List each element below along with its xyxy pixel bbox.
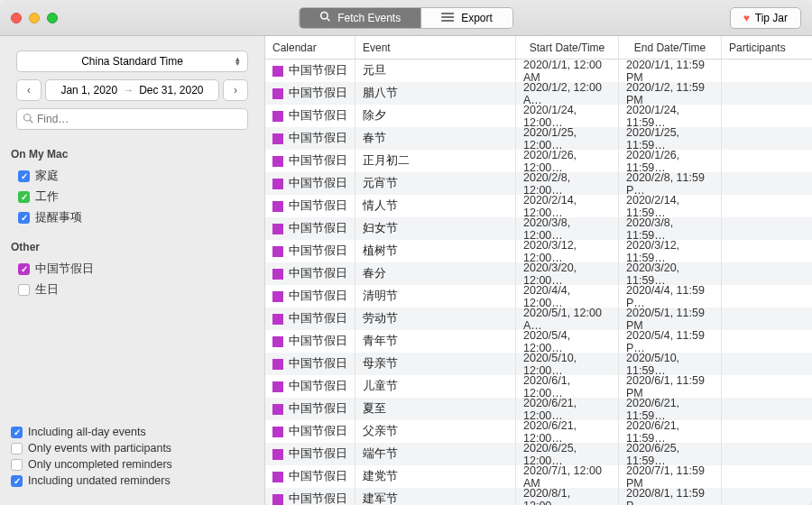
col-calendar[interactable]: Calendar	[265, 36, 355, 59]
tip-jar-button[interactable]: ♥ Tip Jar	[730, 7, 801, 29]
calendar-checkbox[interactable]: ✓	[18, 263, 30, 275]
row-calendar: 中国节假日	[289, 334, 347, 349]
table-row[interactable]: 中国节假日正月初二2020/1/26, 12:00…2020/1/26, 11:…	[265, 150, 812, 172]
row-start: 2020/1/2, 12:00 A…	[516, 82, 619, 105]
list-icon	[441, 12, 454, 24]
row-calendar: 中国节假日	[289, 221, 347, 236]
table-row[interactable]: 中国节假日劳动节2020/5/1, 12:00 A…2020/5/1, 11:5…	[265, 308, 812, 330]
row-participants	[722, 82, 812, 105]
table-row[interactable]: 中国节假日母亲节2020/5/10, 12:00…2020/5/10, 11:5…	[265, 353, 812, 375]
calendar-label: 生日	[35, 282, 59, 298]
calendar-section-header: Other	[0, 228, 264, 259]
calendar-color-swatch	[272, 156, 283, 167]
date-from: Jan 1, 2020	[60, 84, 117, 96]
table-row[interactable]: 中国节假日元旦2020/1/1, 12:00 AM2020/1/1, 11:59…	[265, 60, 812, 82]
row-start: 2020/1/26, 12:00…	[516, 150, 619, 172]
table-row[interactable]: 中国节假日春节2020/1/25, 12:00…2020/1/25, 11:59…	[265, 127, 812, 150]
date-range-field[interactable]: Jan 1, 2020 → Dec 31, 2020	[45, 79, 219, 101]
row-end: 2020/7/1, 11:59 PM	[619, 465, 722, 488]
table-row[interactable]: 中国节假日夏至2020/6/21, 12:00…2020/6/21, 11:59…	[265, 398, 812, 420]
filter-row[interactable]: Only uncompleted reminders	[11, 456, 254, 473]
row-end: 2020/1/24, 11:59…	[619, 105, 722, 127]
table-row[interactable]: 中国节假日端午节2020/6/25, 12:00…2020/6/25, 11:5…	[265, 443, 812, 465]
calendar-checkbox[interactable]	[18, 284, 30, 296]
table-row[interactable]: 中国节假日清明节2020/4/4, 12:00…2020/4/4, 11:59 …	[265, 285, 812, 308]
col-end[interactable]: End Date/Time	[619, 36, 722, 59]
row-start: 2020/3/8, 12:00…	[516, 217, 619, 240]
calendar-checkbox[interactable]: ✓	[18, 212, 30, 224]
row-start: 2020/2/8, 12:00…	[516, 172, 619, 195]
row-start: 2020/6/21, 12:00…	[516, 398, 619, 420]
row-participants	[722, 420, 812, 443]
filter-row[interactable]: ✓Including all-day events	[11, 424, 254, 440]
table-row[interactable]: 中国节假日情人节2020/2/14, 12:00…2020/2/14, 11:5…	[265, 195, 812, 217]
filter-checkbox[interactable]: ✓	[11, 475, 23, 487]
fetch-events-button[interactable]: Fetch Events	[300, 8, 421, 28]
table-row[interactable]: 中国节假日春分2020/3/20, 12:00…2020/3/20, 11:59…	[265, 262, 812, 285]
row-participants	[722, 330, 812, 353]
table-row[interactable]: 中国节假日儿童节2020/6/1, 12:00…2020/6/1, 11:59 …	[265, 375, 812, 398]
row-participants	[722, 217, 812, 240]
close-window-button[interactable]	[11, 13, 22, 23]
calendar-item[interactable]: ✓家庭	[0, 166, 264, 187]
row-event: 父亲节	[355, 420, 516, 443]
calendar-item[interactable]: ✓工作	[0, 187, 264, 207]
date-prev-button[interactable]: ‹	[16, 79, 42, 101]
chevron-updown-icon: ▴▾	[235, 57, 240, 66]
search-icon	[23, 113, 33, 126]
table-row[interactable]: 中国节假日腊八节2020/1/2, 12:00 A…2020/1/2, 11:5…	[265, 82, 812, 105]
filter-checkbox[interactable]	[11, 459, 23, 471]
filter-checkbox[interactable]: ✓	[11, 427, 23, 438]
row-calendar: 中国节假日	[289, 86, 347, 101]
table-row[interactable]: 中国节假日建党节2020/7/1, 12:00 AM2020/7/1, 11:5…	[265, 465, 812, 488]
table-row[interactable]: 中国节假日除夕2020/1/24, 12:00…2020/1/24, 11:59…	[265, 105, 812, 127]
minimize-window-button[interactable]	[29, 13, 40, 23]
row-start: 2020/1/24, 12:00…	[516, 105, 619, 127]
zoom-window-button[interactable]	[47, 13, 58, 23]
row-start: 2020/7/1, 12:00 AM	[516, 465, 619, 488]
table-row[interactable]: 中国节假日妇女节2020/3/8, 12:00…2020/3/8, 11:59…	[265, 217, 812, 240]
calendar-item[interactable]: ✓提醒事项	[0, 207, 264, 228]
row-calendar: 中国节假日	[289, 446, 347, 462]
date-next-button[interactable]: ›	[223, 79, 248, 101]
export-button[interactable]: Export	[421, 8, 512, 28]
row-end: 2020/1/2, 11:59 PM	[619, 82, 722, 105]
col-start[interactable]: Start Date/Time	[516, 36, 619, 59]
filter-row[interactable]: Only events with participants	[11, 440, 254, 456]
table-row[interactable]: 中国节假日建军节2020/8/1, 12:00…2020/8/1, 11:59 …	[265, 488, 812, 505]
filter-row[interactable]: ✓Including undated reminders	[11, 473, 254, 489]
table-row[interactable]: 中国节假日植树节2020/3/12, 12:00…2020/3/12, 11:5…	[265, 240, 812, 262]
table-row[interactable]: 中国节假日父亲节2020/6/21, 12:00…2020/6/21, 11:5…	[265, 420, 812, 443]
row-participants	[722, 150, 812, 172]
filter-checkbox[interactable]	[11, 443, 23, 454]
row-participants	[722, 105, 812, 127]
table-row[interactable]: 中国节假日青年节2020/5/4, 12:00…2020/5/4, 11:59 …	[265, 330, 812, 353]
heart-icon: ♥	[743, 12, 750, 24]
row-participants	[722, 262, 812, 285]
table-row[interactable]: 中国节假日元宵节2020/2/8, 12:00…2020/2/8, 11:59 …	[265, 172, 812, 195]
calendar-color-swatch	[272, 179, 283, 189]
row-end: 2020/2/8, 11:59 P…	[619, 172, 722, 195]
row-calendar: 中国节假日	[289, 243, 347, 259]
search-input[interactable]	[37, 113, 242, 125]
svg-point-0	[321, 13, 328, 20]
calendar-checkbox[interactable]: ✓	[18, 191, 30, 203]
search-field[interactable]	[16, 108, 248, 130]
event-table: Calendar Event Start Date/Time End Date/…	[265, 36, 812, 505]
row-participants	[722, 398, 812, 420]
sidebar: China Standard Time ▴▾ ‹ Jan 1, 2020 → D…	[0, 36, 265, 505]
row-calendar: 中国节假日	[289, 356, 347, 372]
export-label: Export	[461, 12, 493, 24]
calendar-item[interactable]: 生日	[0, 280, 264, 300]
filter-label: Only events with participants	[28, 442, 171, 454]
calendar-color-swatch	[272, 291, 283, 302]
col-participants[interactable]: Participants	[722, 36, 812, 59]
calendar-item[interactable]: ✓中国节假日	[0, 259, 264, 280]
row-event: 端午节	[355, 443, 516, 465]
calendar-color-swatch	[272, 427, 283, 437]
calendar-checkbox[interactable]: ✓	[18, 170, 30, 182]
col-event[interactable]: Event	[355, 36, 516, 59]
timezone-select[interactable]: China Standard Time ▴▾	[16, 50, 248, 72]
calendar-section-header: On My Mac	[0, 135, 264, 166]
row-participants	[722, 443, 812, 465]
